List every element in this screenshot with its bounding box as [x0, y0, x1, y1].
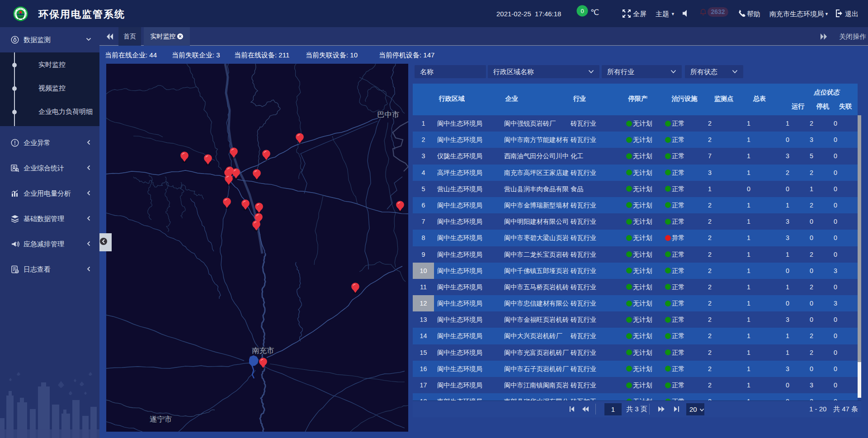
svg-text:遂宁市: 遂宁市	[150, 415, 172, 423]
svg-text:南充市: 南充市	[252, 346, 274, 354]
svg-text:0: 0	[580, 8, 584, 14]
svg-text:巴中市: 巴中市	[377, 110, 400, 118]
